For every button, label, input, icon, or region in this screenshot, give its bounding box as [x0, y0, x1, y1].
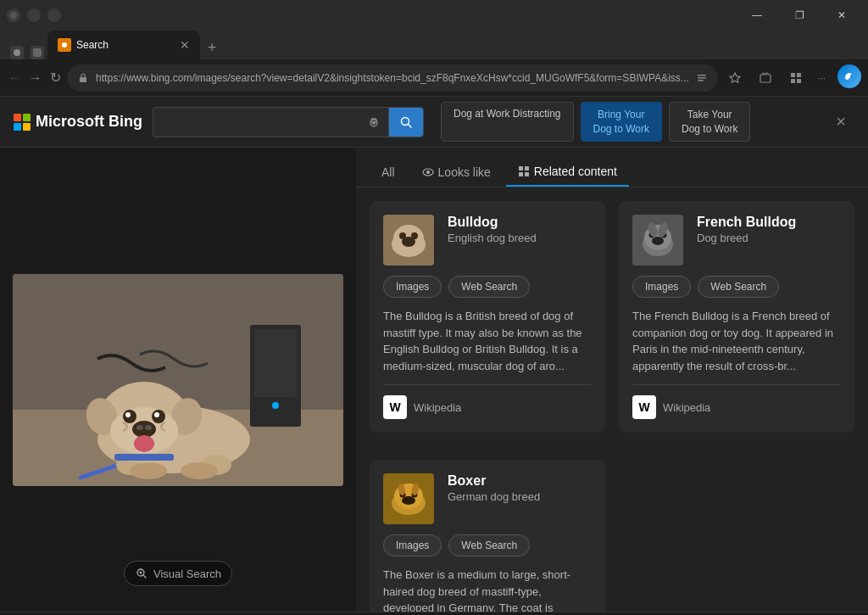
- browser-back-icon: [7, 8, 20, 22]
- new-tab-button[interactable]: +: [200, 36, 224, 59]
- browser-history-icon[interactable]: [31, 46, 44, 59]
- back-button[interactable]: ←: [7, 64, 24, 92]
- svg-point-61: [652, 237, 664, 245]
- extensions-more-button[interactable]: ···: [813, 64, 831, 92]
- main-dog-image: [13, 274, 343, 486]
- right-panel: All Looks like Related content: [356, 148, 868, 612]
- svg-rect-41: [114, 454, 174, 461]
- camera-search-button[interactable]: [359, 108, 389, 137]
- boxer-name: Boxer: [448, 473, 592, 489]
- bulldog-type: English dog breed: [448, 232, 592, 244]
- svg-rect-46: [519, 166, 523, 171]
- svg-rect-12: [791, 79, 795, 83]
- grid-icon: [518, 165, 530, 177]
- bulldog-thumbnail: [383, 215, 434, 266]
- tab-close-button[interactable]: ✕: [180, 38, 190, 52]
- eye-icon: [422, 166, 434, 178]
- boxer-thumbnail: [383, 473, 434, 524]
- svg-rect-22: [254, 329, 297, 397]
- svg-rect-5: [80, 77, 86, 82]
- search-box: [153, 107, 424, 137]
- tab-looks-like-label: Looks like: [438, 165, 491, 179]
- edge-icon[interactable]: [837, 64, 861, 88]
- browser-profile-icon[interactable]: [10, 46, 24, 59]
- lock-icon: [77, 72, 89, 84]
- svg-rect-9: [760, 75, 771, 82]
- bulldog-images-btn[interactable]: Images: [383, 276, 442, 298]
- tab-related-content[interactable]: Related content: [506, 158, 629, 187]
- bing-text: Microsoft Bing: [36, 113, 142, 131]
- boxer-section: Boxer German dog breed Images Web Search…: [370, 460, 612, 612]
- boxer-images-btn[interactable]: Images: [383, 534, 442, 556]
- bulldog-name: Bulldog: [448, 215, 592, 230]
- extensions-icon[interactable]: [782, 64, 810, 92]
- bulldog-card: Bulldog English dog breed Images Web Sea…: [370, 201, 605, 433]
- bulldog-btn-group: Images Web Search: [383, 276, 592, 298]
- minimize-button[interactable]: —: [737, 3, 776, 28]
- boxer-btn-group: Images Web Search: [383, 534, 592, 556]
- pill-dog-distracting[interactable]: Dog at Work Distracting: [441, 102, 574, 143]
- visual-search-button[interactable]: Visual Search: [124, 561, 232, 586]
- search-submit-button[interactable]: [389, 108, 423, 137]
- french-bulldog-images-btn[interactable]: Images: [632, 276, 691, 298]
- svg-rect-13: [797, 79, 801, 83]
- restore-button[interactable]: ❐: [780, 3, 819, 28]
- tab-related-content-label: Related content: [534, 165, 617, 178]
- search-input[interactable]: [153, 115, 359, 129]
- tab-all[interactable]: All: [370, 159, 407, 186]
- visual-search-icon: [135, 567, 148, 580]
- boxer-websearch-btn[interactable]: Web Search: [448, 534, 530, 556]
- tab-looks-like[interactable]: Looks like: [410, 159, 503, 186]
- svg-rect-7: [698, 77, 706, 79]
- pill-take-dog[interactable]: Take Your Dog to Work: [669, 102, 750, 143]
- svg-rect-8: [698, 80, 704, 81]
- svg-point-38: [136, 425, 143, 430]
- browser-icon3: [47, 8, 61, 22]
- svg-rect-10: [791, 73, 795, 77]
- content-area: Bulldog English dog breed Images Web Sea…: [356, 187, 868, 612]
- address-bar[interactable]: https://www.bing.com/images/search?view=…: [67, 64, 718, 92]
- svg-rect-47: [525, 166, 529, 171]
- svg-point-16: [372, 121, 376, 125]
- tabs-bar: All Looks like Related content: [356, 148, 868, 187]
- bing-logo[interactable]: Microsoft Bing: [14, 113, 142, 131]
- svg-point-43: [140, 572, 142, 574]
- microsoft-logo: [14, 114, 31, 131]
- svg-rect-2: [33, 48, 42, 57]
- forward-button[interactable]: →: [27, 64, 44, 92]
- boxer-card: Boxer German dog breed Images Web Search…: [370, 460, 605, 612]
- bulldog-wiki-link[interactable]: W Wikipedia: [383, 395, 592, 419]
- svg-point-4: [62, 42, 67, 48]
- close-button[interactable]: ✕: [822, 3, 861, 28]
- boxer-header-row: Boxer German dog breed: [383, 473, 592, 524]
- svg-rect-49: [525, 172, 529, 176]
- svg-point-39: [145, 425, 152, 430]
- boxer-info: Boxer German dog breed: [448, 473, 592, 503]
- french-bulldog-type: Dog breed: [697, 232, 841, 244]
- french-bulldog-wiki-text: Wikipedia: [663, 401, 710, 414]
- footer: Manage Cookie Preferences Privacy and Co…: [0, 612, 868, 615]
- french-bulldog-wiki-link[interactable]: W Wikipedia: [632, 395, 841, 419]
- refresh-button[interactable]: ↻: [47, 64, 64, 92]
- bing-header: Microsoft Bing Dog at Work Distracting B…: [0, 97, 868, 148]
- bulldog-websearch-btn[interactable]: Web Search: [448, 276, 530, 298]
- pill-bring-dog[interactable]: Bring Your Dog to Work: [581, 102, 662, 143]
- boxer-type: German dog breed: [448, 490, 592, 503]
- svg-point-0: [10, 12, 18, 20]
- french-bulldog-header-row: French Bulldog Dog breed: [632, 215, 841, 266]
- boxer-desc: The Boxer is a medium to large, short-ha…: [383, 567, 592, 612]
- svg-point-45: [426, 171, 430, 174]
- tab-favicon: [58, 38, 71, 52]
- svg-point-35: [125, 412, 131, 417]
- favorites-icon[interactable]: [721, 64, 748, 92]
- extensions-count: ···: [818, 73, 826, 83]
- svg-rect-11: [797, 73, 801, 77]
- search-tab[interactable]: Search ✕: [47, 31, 200, 59]
- collections-icon[interactable]: [752, 64, 779, 92]
- french-bulldog-wiki-icon: W: [632, 395, 656, 419]
- bulldog-wiki-icon: W: [383, 395, 407, 419]
- url-text: https://www.bing.com/images/search?view=…: [96, 72, 689, 84]
- svg-point-27: [130, 462, 167, 479]
- french-bulldog-websearch-btn[interactable]: Web Search: [698, 276, 779, 298]
- close-panel-button[interactable]: ×: [827, 109, 854, 136]
